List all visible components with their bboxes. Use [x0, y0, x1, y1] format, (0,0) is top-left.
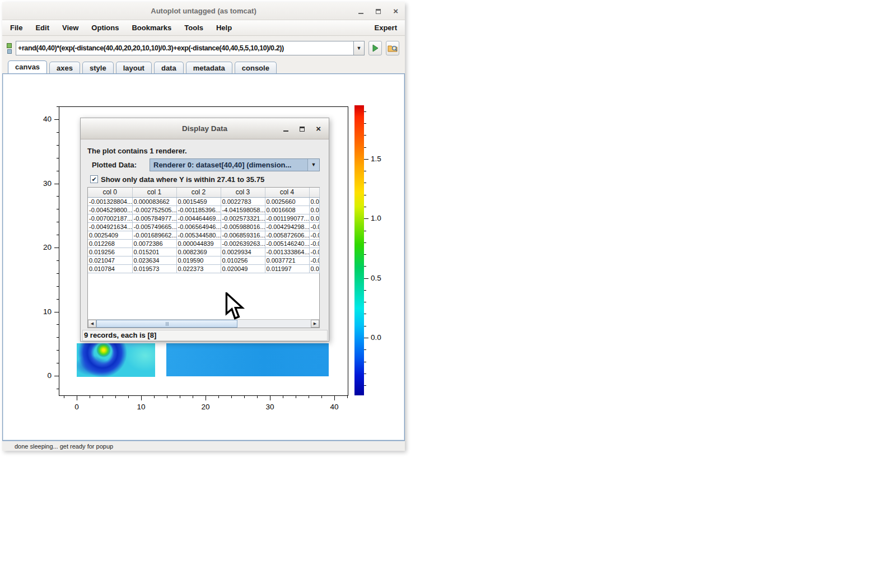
scroll-right-arrow-icon[interactable]: ▶: [311, 320, 319, 328]
table-cell[interactable]: 0.00: [309, 264, 319, 273]
dialog-minimize-icon[interactable]: [283, 127, 288, 132]
table-cell[interactable]: 0.00: [309, 197, 319, 206]
table-column-header[interactable]: col 4: [265, 188, 309, 197]
table-cell[interactable]: 0.020049: [221, 264, 265, 273]
y-tick-label: 30: [32, 179, 52, 188]
table-cell[interactable]: 0.011997: [265, 264, 309, 273]
table-cell[interactable]: 0.023634: [132, 256, 176, 264]
table-cell[interactable]: 0.0016608: [265, 206, 309, 214]
table-column-header[interactable]: [309, 188, 319, 197]
table-cell[interactable]: -0.0: [309, 231, 319, 239]
table-cell[interactable]: -0.002573321...: [221, 214, 265, 222]
table-cell[interactable]: -0.0: [309, 248, 319, 256]
tab-layout[interactable]: layout: [116, 62, 152, 73]
table-cell[interactable]: -0.005749665...: [132, 222, 176, 231]
table-column-header[interactable]: col 2: [176, 188, 221, 197]
table-cell[interactable]: 0.0025409: [88, 231, 132, 239]
uri-input[interactable]: +rand(40,40)*(exp(-distance(40,40,20,20,…: [16, 41, 354, 55]
table-cell[interactable]: -0.001689662...: [132, 231, 176, 239]
close-icon[interactable]: ×: [393, 8, 398, 14]
table-cell[interactable]: 0.012268: [88, 239, 132, 248]
table-cell[interactable]: -0.0: [309, 256, 319, 264]
table-cell[interactable]: -0.004529800...: [88, 206, 132, 214]
table-cell[interactable]: -0.001185396...: [176, 206, 221, 214]
table-cell[interactable]: -0.0: [309, 222, 319, 231]
menu-file[interactable]: File: [10, 24, 22, 32]
tab-style[interactable]: style: [82, 62, 114, 73]
tab-console[interactable]: console: [235, 62, 277, 73]
dialog-titlebar[interactable]: Display Data ×: [81, 118, 329, 139]
go-button[interactable]: [368, 41, 382, 55]
axis-tick: [180, 396, 180, 398]
table-cell[interactable]: -0.004294298...: [265, 222, 309, 231]
table-cell[interactable]: 0.019256: [88, 248, 132, 256]
menu-edit[interactable]: Edit: [35, 24, 49, 32]
dialog-close-icon[interactable]: ×: [316, 126, 321, 132]
table-cell[interactable]: -4.041598058...: [221, 206, 265, 214]
filter-checkbox[interactable]: ✔: [90, 175, 98, 183]
tab-axes[interactable]: axes: [49, 62, 80, 73]
tab-data[interactable]: data: [154, 62, 184, 73]
table-cell[interactable]: 0.010784: [88, 264, 132, 273]
maximize-icon[interactable]: [376, 9, 381, 14]
table-cell[interactable]: 0.0072386: [132, 239, 176, 248]
window-title: Autoplot untagged (as tomcat): [151, 7, 256, 15]
menu-options[interactable]: Options: [91, 24, 119, 32]
table-cell[interactable]: -0.005344580...: [176, 231, 221, 239]
table-cell[interactable]: -0.004921634...: [88, 222, 132, 231]
table-cell[interactable]: -0.007002187...: [88, 214, 132, 222]
tab-metadata[interactable]: metadata: [186, 62, 232, 73]
table-cell[interactable]: 0.000083662: [132, 197, 176, 206]
tab-canvas[interactable]: canvas: [8, 60, 47, 73]
table-cell[interactable]: 0.0029934: [221, 248, 265, 256]
table-cell[interactable]: -0.001199077...: [265, 214, 309, 222]
table-cell[interactable]: 0.021047: [88, 256, 132, 264]
scroll-left-arrow-icon[interactable]: ◀: [88, 320, 96, 328]
dialog-maximize-icon[interactable]: [300, 127, 305, 132]
table-cell[interactable]: -0.0: [309, 239, 319, 248]
table-cell[interactable]: 0.0025660: [265, 197, 309, 206]
table-cell[interactable]: -0.006859316...: [221, 231, 265, 239]
table-cell[interactable]: -0.006564946...: [176, 222, 221, 231]
table-cell[interactable]: 0.00: [309, 214, 319, 222]
table-cell[interactable]: 0.022373: [176, 264, 221, 273]
table-cell[interactable]: 0.019590: [176, 256, 221, 264]
table-column-header[interactable]: col 0: [88, 188, 132, 197]
folder-search-icon: [388, 44, 398, 53]
scrollbar-thumb[interactable]: [96, 320, 237, 328]
table-cell[interactable]: -0.005872606...: [265, 231, 309, 239]
table-column-header[interactable]: col 1: [132, 188, 176, 197]
table-cell[interactable]: -0.001333864...: [265, 248, 309, 256]
table-cell[interactable]: 0.010256: [221, 256, 265, 264]
horizontal-scrollbar[interactable]: ◀ ▶: [88, 319, 319, 328]
axis-tick: [115, 396, 116, 398]
table-cell[interactable]: -0.005784977...: [132, 214, 176, 222]
table-cell[interactable]: 0.019573: [132, 264, 176, 273]
axis-tick: [364, 326, 366, 326]
menu-tools[interactable]: Tools: [184, 24, 203, 32]
table-cell[interactable]: 0.0022783: [221, 197, 265, 206]
menu-view[interactable]: View: [62, 24, 78, 32]
table-cell[interactable]: -0.002639263...: [221, 239, 265, 248]
expert-toggle[interactable]: Expert: [375, 24, 405, 32]
axis-tick: [64, 396, 64, 398]
table-cell[interactable]: -0.005146240...: [265, 239, 309, 248]
table-cell[interactable]: 0.0015459: [176, 197, 221, 206]
table-cell[interactable]: 0.00: [309, 206, 319, 214]
uri-dropdown-arrow-icon[interactable]: ▼: [354, 41, 365, 55]
plotted-data-combobox[interactable]: Renderer 0: dataset[40,40] (dimension...…: [150, 158, 320, 171]
menu-help[interactable]: Help: [216, 24, 232, 32]
window-titlebar[interactable]: Autoplot untagged (as tomcat) ×: [2, 2, 405, 20]
table-cell[interactable]: -0.004464469...: [176, 214, 221, 222]
table-cell[interactable]: 0.000044839: [176, 239, 221, 248]
table-cell[interactable]: -0.001328804...: [88, 197, 132, 206]
menu-bookmarks[interactable]: Bookmarks: [132, 24, 171, 32]
table-cell[interactable]: 0.0037721: [265, 256, 309, 264]
minimize-icon[interactable]: [358, 9, 363, 14]
table-cell[interactable]: 0.0082369: [176, 248, 221, 256]
table-cell[interactable]: 0.015201: [132, 248, 176, 256]
table-cell[interactable]: -0.002752505...: [132, 206, 176, 214]
inspect-uri-button[interactable]: [386, 41, 399, 55]
table-cell[interactable]: -0.005988016...: [221, 222, 265, 231]
table-column-header[interactable]: col 3: [221, 188, 265, 197]
